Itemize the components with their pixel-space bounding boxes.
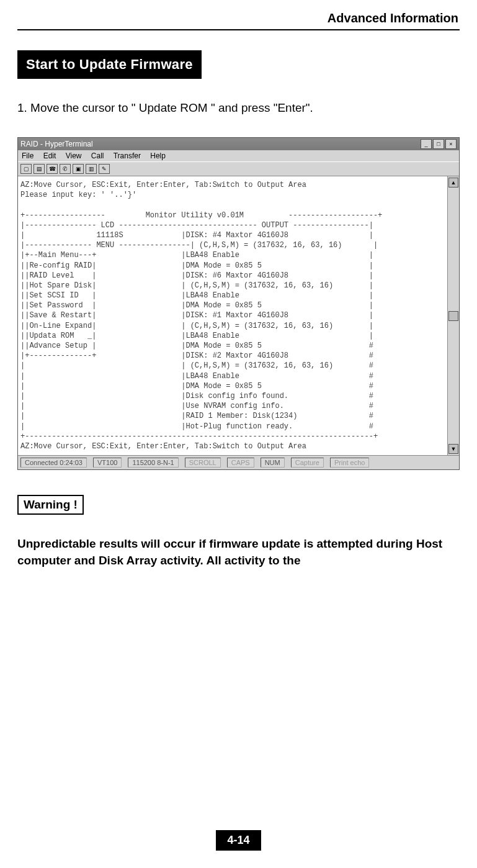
minimize-icon[interactable]: _	[421, 139, 432, 149]
vertical-scrollbar[interactable]: ▲ ▼	[447, 176, 459, 455]
menu-bar: File Edit View Call Transfer Help	[18, 150, 459, 161]
status-capture: Capture	[291, 458, 324, 468]
toolbar-send-icon[interactable]: ▣	[73, 164, 84, 174]
menu-edit[interactable]: Edit	[43, 151, 56, 160]
warning-label-box: Warning !	[17, 495, 84, 515]
warning-body-text: Unpredictable results will occur if firm…	[17, 536, 460, 569]
status-printecho: Print echo	[330, 458, 370, 468]
step-1-text: 1. Move the cursor to " Update ROM " and…	[17, 101, 460, 115]
terminal-output: AZ:Move Cursor, ESC:Exit, Enter:Enter, T…	[18, 176, 447, 455]
status-terminal: VT100	[93, 458, 122, 468]
toolbar-new-icon[interactable]: ▢	[20, 164, 32, 174]
status-scroll: SCROLL	[185, 458, 221, 468]
toolbar-receive-icon[interactable]: ▥	[86, 164, 97, 174]
toolbar-open-icon[interactable]: ▤	[33, 164, 45, 174]
scroll-down-icon[interactable]: ▼	[448, 444, 458, 454]
menu-file[interactable]: File	[22, 151, 33, 160]
menu-transfer[interactable]: Transfer	[114, 151, 141, 160]
menu-call[interactable]: Call	[91, 151, 104, 160]
status-caps: CAPS	[227, 458, 254, 468]
header-rule	[17, 29, 460, 30]
menu-help[interactable]: Help	[150, 151, 166, 160]
section-heading: Start to Update Firmware	[17, 50, 202, 79]
toolbar: ▢ ▤ ☎ ✆ ▣ ▥ ✎	[18, 161, 459, 176]
scroll-thumb[interactable]	[448, 311, 458, 321]
status-bar: Connected 0:24:03 VT100 115200 8-N-1 SCR…	[18, 455, 459, 469]
hyperterminal-window: RAID - HyperTerminal _ □ × File Edit Vie…	[17, 137, 460, 470]
toolbar-connect-icon[interactable]: ☎	[47, 164, 58, 174]
status-num: NUM	[261, 458, 285, 468]
page-footer: 4-14	[0, 830, 477, 851]
scroll-up-icon[interactable]: ▲	[448, 178, 458, 188]
menu-view[interactable]: View	[66, 151, 82, 160]
window-titlebar: RAID - HyperTerminal _ □ ×	[18, 138, 459, 150]
header-chapter-title: Advanced Information	[17, 11, 460, 25]
maximize-icon[interactable]: □	[433, 139, 444, 149]
window-title: RAID - HyperTerminal	[20, 140, 93, 148]
toolbar-properties-icon[interactable]: ✎	[99, 164, 110, 174]
page-number: 4-14	[216, 830, 261, 851]
status-baud: 115200 8-N-1	[128, 458, 178, 468]
toolbar-disconnect-icon[interactable]: ✆	[60, 164, 71, 174]
status-connected: Connected 0:24:03	[20, 458, 87, 468]
close-icon[interactable]: ×	[445, 139, 457, 149]
